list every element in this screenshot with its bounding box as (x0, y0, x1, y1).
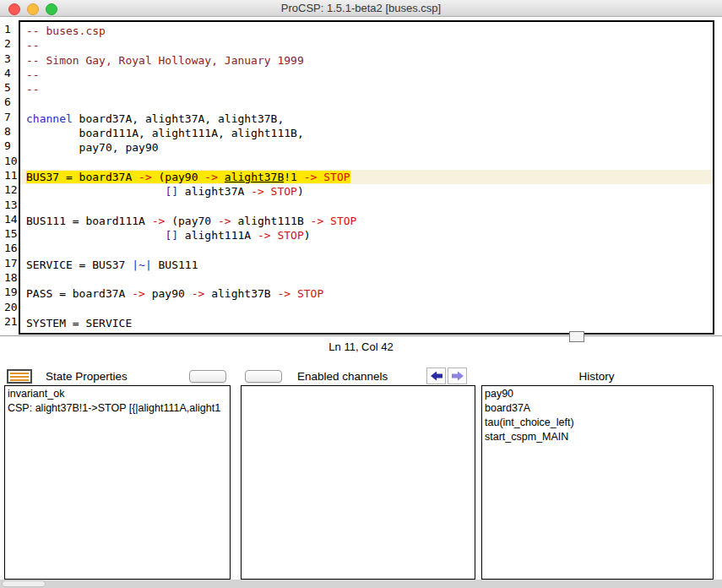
code-token: -> (311, 215, 324, 227)
code-token: [] (165, 229, 178, 242)
history-list[interactable]: pay90board37Atau(int_choice_left)start_c… (481, 385, 714, 580)
code-line (20, 302, 713, 316)
code-line: pay70, pay90 (20, 140, 713, 155)
code-token: pay70, pay90 (26, 141, 159, 154)
code-token: -> (251, 185, 264, 198)
code-token: STOP (323, 171, 350, 183)
bottom-scrollbar[interactable] (0, 580, 722, 588)
code-line: SYSTEM = SERVICE (20, 316, 713, 330)
code-token: (pay90 (152, 171, 205, 183)
enabled-channels-button[interactable] (245, 370, 282, 383)
app-window: ProCSP: 1.5.1-beta2 [buses.csp] 12345678… (0, 0, 722, 588)
enabled-channels-list[interactable] (241, 385, 475, 580)
code-token: ) (304, 229, 311, 242)
state-properties-button[interactable] (189, 370, 226, 383)
code-token: -- buses.csp (26, 24, 106, 37)
code-line: [] alight111A -> STOP) (20, 228, 713, 242)
list-item[interactable]: board37A (482, 401, 713, 416)
code-line: -- buses.csp (20, 24, 713, 38)
properties-icon-button[interactable] (7, 369, 32, 384)
code-token: SERVICE = BUS37 (26, 259, 132, 271)
orange-list-rows-icon (10, 373, 29, 381)
code-token: -- Simon Gay, Royal Holloway, January 19… (26, 54, 304, 67)
list-item[interactable]: invariant_ok (5, 387, 230, 401)
window-title: ProCSP: 1.5.1-beta2 [buses.csp] (0, 2, 722, 14)
code-line: -- (20, 38, 713, 52)
code-line: -- (20, 68, 713, 82)
line-number: 16 (4, 241, 19, 255)
list-item[interactable]: pay90 (482, 387, 713, 401)
code-editor[interactable]: -- buses.csp---- Simon Gay, Royal Hollow… (19, 20, 714, 335)
code-token: alight37B (225, 171, 284, 183)
code-token: alight37B (204, 287, 277, 300)
line-number: 9 (4, 139, 19, 153)
code-token: STOP (297, 287, 323, 300)
code-line: board111A, alight111A, alight111B, (20, 126, 713, 140)
code-token (290, 287, 297, 300)
code-token: -- (26, 39, 40, 52)
code-token: [] (165, 185, 178, 198)
state-properties-label: State Properties (46, 370, 128, 383)
code-token: PASS = board37A (26, 287, 132, 300)
state-properties-list[interactable]: invariant_okCSP: alight37B!1->STOP [{|al… (4, 385, 231, 580)
line-number-gutter: 123456789101112131415161718192021 (4, 22, 19, 329)
code-token: !1 (284, 171, 303, 183)
line-number: 3 (4, 52, 19, 66)
line-number: 2 (4, 36, 19, 51)
line-number: 15 (4, 226, 19, 241)
bottom-scrollbar-thumb[interactable] (2, 580, 46, 587)
code-line: SERVICE = BUS37 |~| BUS111 (20, 258, 713, 272)
code-token: -> (152, 215, 166, 227)
code-token: pay90 (145, 287, 192, 300)
code-token: board111A, alight111A, alight111B, (26, 127, 304, 139)
code-token (218, 171, 225, 183)
code-token: -> (258, 229, 271, 242)
code-line (20, 199, 713, 214)
line-number: 8 (4, 124, 19, 139)
code-line: -- (20, 82, 713, 96)
code-line: -- Simon Gay, Royal Holloway, January 19… (20, 53, 713, 68)
code-line (20, 96, 713, 111)
editor-hscrollbar[interactable] (0, 335, 722, 336)
code-token: BUS37 = board37A (26, 171, 138, 183)
code-token: -> (204, 171, 218, 183)
code-token: alight111B (231, 215, 311, 227)
code-token: channel (26, 112, 73, 125)
right-arrow-icon (451, 370, 464, 382)
code-token: STOP (330, 215, 356, 227)
code-token (26, 229, 165, 242)
line-number: 6 (4, 95, 19, 109)
code-line (20, 155, 713, 170)
code-token: SYSTEM = SERVICE (26, 317, 132, 329)
titlebar[interactable]: ProCSP: 1.5.1-beta2 [buses.csp] (0, 0, 722, 17)
code-line: BUS111 = board111A -> (pay70 -> alight11… (20, 214, 713, 228)
line-number: 17 (4, 256, 19, 270)
forward-button[interactable] (448, 368, 467, 384)
code-token: -- (26, 68, 40, 81)
code-token (264, 185, 271, 198)
line-number: 11 (4, 168, 19, 182)
code-token (26, 185, 165, 198)
list-item[interactable]: start_cspm_MAIN (482, 430, 713, 444)
code-token (323, 215, 330, 227)
list-item[interactable]: tau(int_choice_left) (482, 416, 713, 430)
list-item[interactable]: CSP: alight37B!1->STOP [{|alight111A,ali… (5, 401, 230, 416)
line-number: 21 (4, 314, 19, 329)
line-number: 18 (4, 270, 19, 285)
code-token: BUS111 = board111A (26, 215, 152, 227)
code-line-highlighted: BUS37 = board37A -> (pay90 -> alight37B!… (20, 170, 713, 184)
code-token: |~| (132, 259, 151, 271)
code-line: channel board37A, alight37A, alight37B, (20, 112, 713, 126)
history-label: History (481, 370, 712, 383)
code-token: -> (132, 287, 145, 300)
code-line: [] alight37A -> STOP) (20, 184, 713, 199)
code-token: -> (138, 171, 152, 183)
line-number: 10 (4, 154, 19, 168)
back-button[interactable] (426, 368, 446, 384)
code-token: ) (297, 185, 304, 198)
code-token: -- (26, 83, 40, 95)
code-token: -> (304, 171, 318, 183)
line-number: 1 (4, 22, 19, 36)
code-token: BUS111 (152, 259, 198, 271)
code-token: STOP (271, 185, 297, 198)
